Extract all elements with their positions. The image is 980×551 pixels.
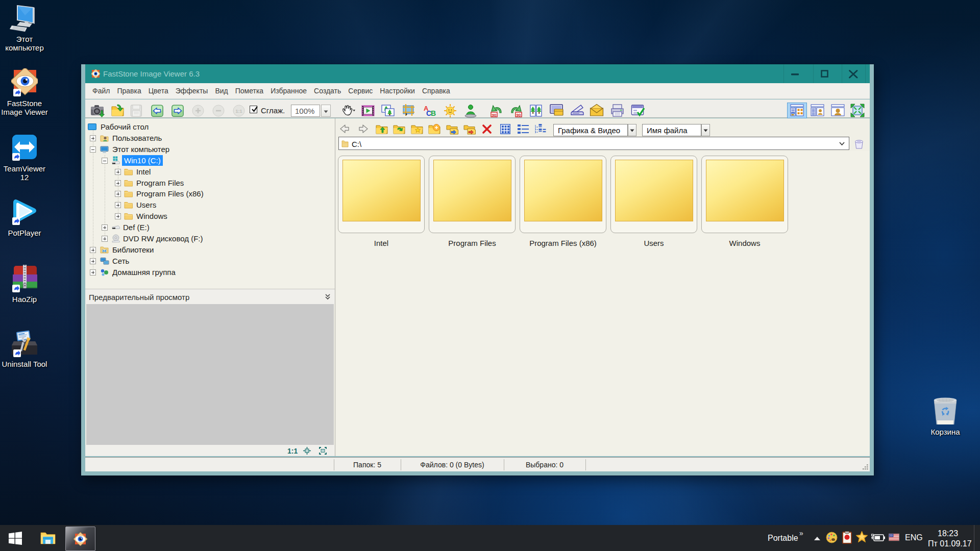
svg-text:1:1: 1:1 (235, 109, 242, 114)
svg-text:B: B (431, 109, 436, 117)
svg-text:90: 90 (517, 113, 521, 117)
svg-text:90: 90 (492, 113, 497, 117)
